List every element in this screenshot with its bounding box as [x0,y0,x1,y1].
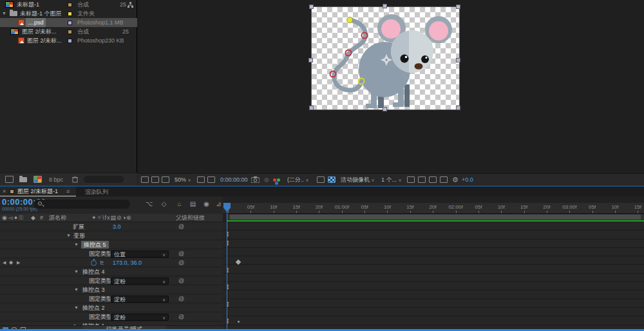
transparency-grid-icon[interactable] [328,176,336,183]
selection-handle-bottom-left[interactable] [309,106,314,110]
tab-title[interactable]: 图层 2/未标题-1 [17,187,58,196]
selection-handle-top-center[interactable] [383,4,387,8]
label-color-swatch[interactable] [68,12,72,16]
row-pin5-type[interactable]: 固定类型 位置∨ @ [0,250,223,258]
row-pin3-type[interactable]: 固定类型 淀粉∨ @ [0,295,223,303]
pin5-position-value[interactable]: 173.0, 36.0 [113,259,142,267]
keyframe-nav-diamond-icon[interactable]: ◆ [9,259,13,267]
track-lanes[interactable]: I I I I I I [223,222,644,331]
composition-canvas[interactable] [312,7,459,109]
row-pin5[interactable]: ▼ 操控点 5 [0,241,223,249]
active-camera-dropdown[interactable]: 活动摄像机 ∨ [341,176,375,184]
label-color-swatch[interactable] [68,30,72,34]
property-label[interactable]: 扩展 [73,223,84,231]
selection-handle-mid-left[interactable] [308,58,313,62]
project-bit-depth[interactable]: 8 bpc [49,176,63,183]
snapshot-camera-icon[interactable] [251,176,260,183]
safe-margins-icon[interactable] [197,176,205,183]
row-pin4[interactable]: ▼ 操控点 4 [0,268,223,276]
project-item-name[interactable]: ....psd [26,18,46,27]
pin2-label[interactable]: 操控点 2 [82,304,105,312]
source-name-column[interactable]: 源名称 [49,214,66,222]
exposure-gear-icon[interactable]: ⚙ [452,176,459,184]
timeline-button-icon[interactable] [429,176,437,183]
fast-previews-icon[interactable] [418,176,426,183]
row-pin2[interactable]: ▼ 操控点 2 [0,304,223,312]
project-item-folder[interactable]: ▼ 未标题-1 个图层 文件夹 [0,9,137,18]
timeline-search-input[interactable] [33,200,130,209]
graph-editor-icon[interactable]: ⊿ [214,200,223,208]
pick-whip-icon[interactable]: @ [178,313,184,321]
project-search-pill[interactable] [84,176,124,183]
exposure-value[interactable]: +0.0 [462,176,473,184]
resolution-dropdown[interactable]: (二分.. ∨ [287,176,309,184]
row-pin2-type[interactable]: 固定类型 淀粉∨ @ [0,313,223,321]
project-item-comp-untitled[interactable]: 未标题-1 合成 25 [0,0,137,9]
stopwatch-icon[interactable] [91,260,97,266]
show-snapshot-icon[interactable]: ◍ [264,176,269,184]
selection-handle-bottom-center[interactable] [383,107,387,111]
hide-shy-layers-icon[interactable]: ⌂ [175,200,184,208]
label-color-swatch[interactable] [68,21,72,25]
pin3-label[interactable]: 操控点 3 [82,286,105,294]
view-layout-dropdown[interactable]: 1 个... ∨ [381,176,402,184]
pin5-label[interactable]: 操控点 5 [81,241,109,249]
group-label[interactable]: 变形 [73,232,85,240]
expand-triangle[interactable]: ▼ [74,304,79,312]
frame-blending-icon[interactable]: ▤ [189,200,197,208]
row-pin4-type[interactable]: 固定类型 淀粉∨ @ [0,277,223,285]
parent-link-column[interactable]: 父级和链接 [176,214,205,222]
show-channel-icon[interactable] [273,178,276,182]
new-composition-icon[interactable] [33,176,42,183]
pin-type-dropdown[interactable]: 位置∨ [111,251,169,258]
tab-render-queue[interactable]: 渲染队列 [85,188,108,196]
primary-viewer-icon[interactable] [151,176,159,183]
pick-whip-icon[interactable]: @ [178,223,184,231]
row-pin3[interactable]: ▼ 操控点 3 [0,286,223,294]
time-ruler[interactable]: 0f05f10f15f20f01:00f05f10f15f20f02:00f05… [223,203,644,214]
draft-3d-icon[interactable]: ◇ [160,200,168,208]
pick-whip-icon[interactable]: @ [178,250,184,258]
comp-flowchart-icon[interactable] [440,176,448,183]
project-item-psd-selected[interactable]: ....psd Photoshop 1.1 MB [0,18,137,27]
row-expansion[interactable]: 扩展 3.0 @ [0,223,223,231]
share-frame-icon[interactable] [162,176,169,183]
selection-handle-mid-right[interactable] [456,58,460,62]
pick-whip-icon[interactable]: @ [178,259,184,267]
keyframe-nav-prev-icon[interactable]: ◀ [3,259,6,267]
pin4-label[interactable]: 操控点 4 [82,268,105,276]
selection-handle-top-left[interactable] [309,5,314,9]
expansion-value[interactable]: 3.0 [113,223,121,231]
tab-menu-icon[interactable]: ≡ [66,187,70,196]
always-preview-icon[interactable] [141,176,149,183]
project-item-psd-layer2[interactable]: 图层 2/未标... Photoshop 230 KB [0,36,137,45]
project-item-comp-layer2[interactable]: 图层 2/未标... 合成 25 [0,27,137,36]
region-of-interest-icon[interactable] [317,176,325,183]
pixel-aspect-icon[interactable] [407,176,415,183]
keyframe-dot[interactable] [238,321,240,323]
keyframe-diamond[interactable] [236,260,241,265]
expand-triangle[interactable]: ▼ [74,241,79,249]
puppet-pin-yellow-filled[interactable] [347,17,353,23]
pin-type-dropdown[interactable]: 淀粉∨ [111,278,169,285]
work-area-bar[interactable] [227,214,644,220]
folder-expand-triangle[interactable]: ▼ [2,9,6,18]
selection-handle-top-right[interactable] [456,5,460,9]
expand-triangle[interactable]: ▼ [66,232,71,240]
motion-blur-icon[interactable]: ◉ [202,200,211,208]
expand-triangle[interactable]: ▼ [74,286,79,294]
label-color-swatch[interactable] [68,39,72,43]
pin-type-dropdown[interactable]: 淀粉∨ [111,296,169,303]
new-folder-icon[interactable] [19,177,27,182]
keyframe-nav-next-icon[interactable]: ▶ [17,259,20,267]
trash-icon[interactable] [72,176,78,183]
comp-mini-flowchart-icon[interactable]: ⌥ [145,200,153,208]
pin-type-dropdown[interactable]: 淀粉∨ [111,314,169,321]
row-pin5-position[interactable]: ◀ ◆ ▶ ⊵ 173.0, 36.0 @ [0,259,223,267]
row-deform-group[interactable]: ▼ 变形 [0,232,223,240]
tab-close-icon[interactable]: × [3,187,6,196]
pick-whip-icon[interactable]: @ [178,295,184,303]
interpret-footage-icon[interactable] [5,176,14,183]
label-color-swatch[interactable] [68,3,72,7]
pick-whip-icon[interactable]: @ [178,277,184,285]
